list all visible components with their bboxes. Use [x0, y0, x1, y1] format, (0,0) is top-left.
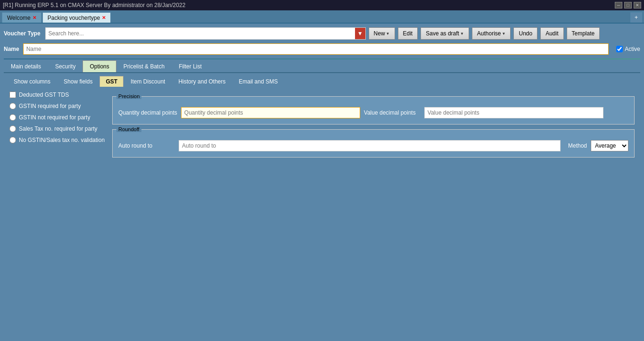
tab-packing-vouchertype[interactable]: Packing vouchertype ✕: [42, 12, 111, 23]
tab-bar: Welcome ✕ Packing vouchertype ✕ +: [0, 10, 644, 24]
radio-sales-tax-required-label: Sales Tax no. required for party: [19, 125, 98, 132]
tab-security[interactable]: Security: [48, 60, 83, 72]
tab-welcome[interactable]: Welcome ✕: [2, 12, 41, 23]
auto-round-input[interactable]: [179, 140, 561, 151]
roundoff-fields-row: Auto round to Method Average Up Down: [118, 140, 628, 151]
main-content: Voucher Type ▼ New ▼ Edit Save as draft …: [0, 24, 644, 166]
name-label: Name: [4, 46, 19, 52]
auto-round-label: Auto round to: [118, 142, 175, 149]
qty-decimal-input[interactable]: [181, 107, 360, 118]
radio-gstin-required-input[interactable]: [9, 103, 16, 109]
radio-sales-tax-required-input[interactable]: [9, 125, 16, 132]
tab-welcome-close[interactable]: ✕: [33, 15, 36, 20]
subtab-gst[interactable]: GST: [99, 76, 124, 87]
radio-no-gstin-validation-label: No GSTIN/Sales tax no. validation: [19, 137, 105, 143]
precision-group-title: Precision: [116, 93, 141, 99]
tab-packing-close[interactable]: ✕: [102, 15, 106, 20]
radio-gstin-required-label: GSTIN required for party: [19, 103, 81, 109]
roundoff-group-title: Roundoff: [116, 126, 141, 132]
tab-packing-label: Packing vouchertype: [48, 15, 100, 21]
tab-filter-list[interactable]: Filter List: [172, 60, 209, 72]
roundoff-group: Roundoff Auto round to Method Average Up…: [112, 129, 635, 158]
voucher-type-label: Voucher Type: [4, 30, 41, 37]
save-draft-arrow-icon: ▼: [460, 32, 464, 36]
minimize-button[interactable]: ─: [615, 2, 622, 8]
radio-no-gstin-validation-input[interactable]: [9, 137, 16, 143]
search-input[interactable]: [46, 29, 355, 38]
subtab-show-columns[interactable]: Show columns: [8, 76, 57, 87]
new-label: New: [374, 30, 385, 37]
precision-fields-row: Quantity decimal points Value decimal po…: [118, 107, 628, 118]
authorise-button[interactable]: Authorise ▼: [472, 27, 511, 40]
audit-label: Audit: [545, 30, 558, 37]
app-title: [R1] Running ERP 5.1 on CMAX Server By a…: [3, 2, 185, 8]
authorise-label: Authorise: [477, 30, 501, 37]
name-row: Name Active: [4, 43, 640, 55]
active-checkbox[interactable]: [616, 46, 623, 52]
method-label: Method: [568, 142, 587, 149]
edit-label: Edit: [403, 30, 413, 37]
tab-welcome-label: Welcome: [7, 15, 31, 21]
toolbar: Voucher Type ▼ New ▼ Edit Save as draft …: [4, 27, 640, 40]
template-label: Template: [572, 30, 595, 37]
new-button[interactable]: New ▼: [369, 27, 395, 40]
close-button[interactable]: ✕: [634, 2, 641, 8]
subtab-item-discount[interactable]: Item Discount: [124, 76, 171, 87]
save-as-draft-button[interactable]: Save as draft ▼: [421, 27, 469, 40]
gst-left-options: Deducted GST TDS GSTIN required for part…: [9, 91, 105, 158]
content-area: Show columns Show fields GST Item Discou…: [4, 73, 640, 162]
undo-button[interactable]: Undo: [513, 27, 537, 40]
method-select[interactable]: Average Up Down: [591, 140, 628, 151]
active-label: Active: [625, 46, 640, 52]
title-bar: [R1] Running ERP 5.1 on CMAX Server By a…: [0, 0, 644, 10]
radio-gstin-not-required: GSTIN not required for party: [9, 114, 105, 121]
value-decimal-input[interactable]: [424, 107, 603, 118]
gst-right-panels: Precision Quantity decimal points Value …: [112, 91, 635, 158]
subtab-history-others[interactable]: History and Others: [172, 76, 231, 87]
deducted-gst-tds-row: Deducted GST TDS: [9, 91, 105, 98]
precision-group: Precision Quantity decimal points Value …: [112, 96, 635, 125]
voucher-type-search[interactable]: ▼: [45, 27, 366, 40]
tab-main-details[interactable]: Main details: [4, 60, 48, 72]
window-controls: ─ □ ✕: [615, 2, 641, 8]
sub-tabs: Show columns Show fields GST Item Discou…: [4, 73, 640, 87]
search-dropdown-arrow[interactable]: ▼: [355, 28, 365, 39]
template-button[interactable]: Template: [567, 27, 600, 40]
radio-no-gstin-validation: No GSTIN/Sales tax no. validation: [9, 137, 105, 143]
audit-button[interactable]: Audit: [540, 27, 563, 40]
separator-1: [4, 58, 640, 59]
tab-pricelist-batch[interactable]: Pricelist & Batch: [116, 60, 172, 72]
gst-panel: Deducted GST TDS GSTIN required for part…: [4, 87, 640, 162]
tab-add-button[interactable]: +: [630, 12, 642, 23]
new-arrow-icon: ▼: [386, 32, 390, 36]
save-as-draft-label: Save as draft: [426, 30, 459, 37]
tab-options[interactable]: Options: [83, 60, 116, 72]
name-input[interactable]: [23, 43, 609, 55]
deducted-gst-tds-label: Deducted GST TDS: [19, 91, 69, 98]
radio-gstin-required: GSTIN required for party: [9, 103, 105, 109]
radio-sales-tax-required: Sales Tax no. required for party: [9, 125, 105, 132]
maximize-button[interactable]: □: [624, 2, 632, 8]
main-tabs: Main details Security Options Pricelist …: [4, 60, 640, 73]
radio-gstin-not-required-label: GSTIN not required for party: [19, 114, 90, 121]
deducted-gst-tds-checkbox[interactable]: [9, 91, 16, 98]
qty-decimal-label: Quantity decimal points: [118, 109, 177, 116]
edit-button[interactable]: Edit: [398, 27, 418, 40]
subtab-email-sms[interactable]: Email and SMS: [233, 76, 284, 87]
active-checkbox-row: Active: [616, 46, 640, 52]
authorise-arrow-icon: ▼: [502, 32, 506, 36]
value-decimal-label: Value decimal points: [364, 109, 421, 116]
subtab-show-fields[interactable]: Show fields: [58, 76, 99, 87]
radio-gstin-not-required-input[interactable]: [9, 114, 16, 121]
undo-label: Undo: [519, 30, 532, 37]
